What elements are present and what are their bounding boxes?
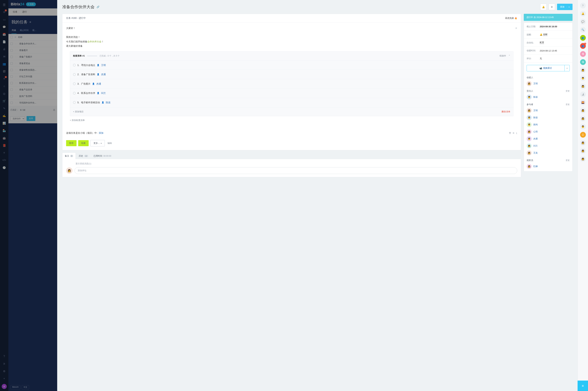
brand-tag[interactable]: Bitrix24 [10,385,20,389]
change-link[interactable]: 变更 [566,159,570,162]
deadline-value[interactable]: 2024-08-30 18:00 [540,25,557,28]
checklist-item[interactable]: 3.广告图片👤杰通 [70,79,513,89]
person-row[interactable]: 👩王明 [524,80,572,87]
checkbox[interactable] [10,56,13,58]
drag-icon[interactable]: ⋮⋮ [14,89,17,91]
drag-icon[interactable]: ⋮⋮ [14,62,17,65]
avatar-orange[interactable]: 公 [580,132,586,138]
nav-chat-icon[interactable]: 💬 [2,25,6,29]
person-name[interactable]: 陈该 [533,96,538,98]
drag-icon[interactable]: ⋮⋮ [14,49,17,51]
nav-help-icon[interactable]: ? [2,354,6,358]
contact-avatar[interactable]: 🌄 [580,99,586,105]
drag-icon[interactable]: ⋮⋮ [14,76,17,78]
person-row[interactable]: 👨杰通 [524,135,572,142]
task-chip[interactable]: ✕ 任务 [26,2,36,6]
assignee-link[interactable]: 陈该 [106,100,110,105]
lang-tag[interactable]: 中文 [22,385,29,389]
gear-icon[interactable]: ⚙ [14,36,16,38]
nav-feed-icon[interactable]: ⟳1 [2,10,6,14]
change-link[interactable]: 变更 [566,103,570,106]
person-row[interactable]: 👩王美 [524,149,572,156]
add-item-link[interactable]: + 添加项目 [73,110,84,114]
nav-doc-icon[interactable]: 📄 [2,40,6,44]
hamburger-icon[interactable]: ☰ [3,3,5,7]
nav-settings-icon[interactable]: ⚙ [2,369,6,373]
system-messages-link[interactable]: 显示系统消息(1) [66,162,517,165]
link-icon[interactable]: 🔗 [96,5,99,8]
chevron-down-icon[interactable]: ▾ [567,6,570,8]
table-row[interactable]: ⋮⋮准备展览会 [8,60,57,67]
nav-book-icon[interactable]: 📕 [2,143,6,147]
checkbox[interactable] [10,36,13,38]
subtab-plan[interactable]: 规... [32,27,37,34]
contact-avatar[interactable]: 👩 [580,140,586,146]
table-row[interactable]: ⋮⋮准备广告图片 [8,54,57,60]
person-row[interactable]: 👩问兰 [524,142,572,149]
checkbox-circle[interactable] [73,64,76,67]
checkbox[interactable] [10,75,13,78]
nav-stats-icon[interactable]: ≡ [2,151,6,155]
remind-link[interactable]: 提醒 [543,33,547,36]
fab-button[interactable]: ≡ [578,381,588,391]
checkbox[interactable] [10,89,13,91]
nav-print-icon[interactable]: 🖨 [2,47,6,51]
add-button[interactable]: 添加 ▾ [557,4,573,10]
checklist-item[interactable]: 5.电子邮件营销活动👤陈该 [70,98,513,107]
checklist-item[interactable]: 2.准备广告资料👤杰通 [70,70,513,79]
more-button[interactable]: 更多...▾ [90,140,105,146]
person-name[interactable]: 王明 [533,82,538,85]
checkbox[interactable] [10,62,13,65]
checkbox[interactable] [10,43,13,45]
person-name[interactable]: 忆柳 [533,165,538,168]
person-row[interactable]: 👨胜利 [524,121,572,128]
nav-filter-icon[interactable]: ≡2 [2,77,6,81]
contact-avatar[interactable]: 👩 [580,84,586,89]
contact-avatar[interactable]: 👩 [580,156,586,162]
tab-tasks[interactable]: 任务 [10,8,20,15]
table-row[interactable]: ⋮⋮准备销售发展趋... [8,67,57,73]
nav-chart-icon[interactable]: 📊 [2,121,6,125]
nav-home-icon[interactable]: ⌂ [2,84,6,88]
bell-icon[interactable]: 🔔 [580,11,586,16]
apply-button[interactable]: 应用 [27,116,35,121]
checkbox-circle[interactable] [73,92,76,95]
search-icon[interactable]: 🔍 [580,27,586,33]
checkbox-circle[interactable] [73,101,76,104]
subtab-list[interactable]: 列表 [11,27,16,34]
person-row[interactable]: 👩心琪 [524,128,572,135]
contact-avatar[interactable]: 👩 [580,116,586,121]
table-row[interactable]: ⋮⋮联系新的合作伙... [8,80,57,87]
nav-store-icon[interactable]: 🏪 [2,128,6,133]
nav-target-icon[interactable]: ◎ [2,92,6,96]
contact-avatar[interactable]: 👨 [580,124,586,130]
nav-robot-icon[interactable]: 🤖 [2,136,6,140]
group-ops[interactable]: 组操作 [500,54,506,58]
person-name[interactable]: 问兰 [533,144,538,147]
checkbox[interactable] [10,95,13,98]
tab-timespent[interactable]: 已用时间00:00:00 [91,153,113,159]
nav-clock-icon[interactable]: 🕐 [2,166,6,170]
person-name[interactable]: 王明 [533,109,538,112]
drag-icon[interactable]: ⋮⋮ [14,95,17,98]
add-project-link[interactable]: 添加 [99,132,103,135]
help-icon[interactable]: ? [580,3,586,8]
nav-plus-icon[interactable]: + [2,377,6,381]
people-green-icon[interactable]: 👥 [580,35,586,41]
like-button[interactable]: 赞 [509,132,511,135]
edit-link[interactable]: 编辑 [107,142,112,145]
contact-avatar[interactable]: 👩 [580,148,586,154]
chevron-down-icon[interactable]: ▾ [565,65,570,71]
person-name[interactable]: 王美 [533,151,538,154]
table-row[interactable]: ⋮⋮寻找国外合作伙... [8,99,57,106]
bell-button[interactable]: 🔔 [540,4,547,10]
action-select[interactable]: 选择动作 [10,116,25,121]
avatar-pink[interactable]: 项 [580,51,586,57]
nav-code-icon[interactable]: </> [2,158,6,162]
nav-tasks-icon[interactable]: ☑ [2,69,6,73]
table-row[interactable]: ⋮⋮讨论工作问题 [8,73,57,80]
checkbox-circle[interactable] [73,73,76,76]
checkbox[interactable] [10,49,13,51]
close-icon[interactable]: ✕ [27,3,29,5]
crown-icon[interactable]: ♛ [2,384,7,389]
